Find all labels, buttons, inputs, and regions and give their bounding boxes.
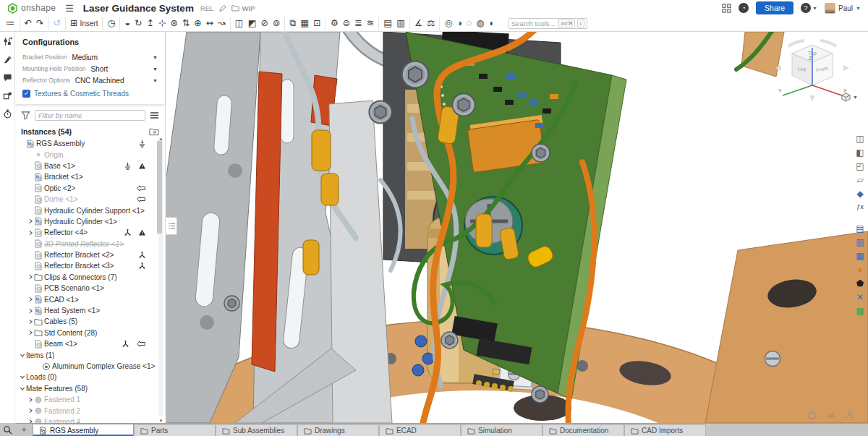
tree-item[interactable]: PCB Scenario <1> xyxy=(15,283,158,294)
chevron-right-icon[interactable] xyxy=(27,230,34,236)
mouse-settings-icon[interactable] xyxy=(807,409,817,420)
drag-icon[interactable]: ↝ xyxy=(216,19,227,28)
panel-collapse-handle[interactable] xyxy=(166,217,177,235)
isolate-icon[interactable]: ◎ xyxy=(442,19,454,28)
app-store-icon[interactable]: ◕ xyxy=(854,263,866,275)
select-filter-icon[interactable]: ⊚ xyxy=(271,19,282,28)
tab-drawings[interactable]: Drawings xyxy=(297,424,379,436)
bom-panel-icon[interactable]: ▤ xyxy=(854,222,866,234)
view-cube[interactable]: Top Left Front Z Y X xyxy=(773,38,852,104)
app-grid-icon[interactable] xyxy=(722,4,731,13)
viewport-3d-model[interactable] xyxy=(166,32,868,423)
help-menu[interactable]: ? ▼ xyxy=(801,3,817,13)
view-orient-icon[interactable]: ◧ xyxy=(854,146,866,158)
measure-icon[interactable]: ∡ xyxy=(412,19,425,28)
tree-item[interactable]: Reflector <4> xyxy=(15,227,158,238)
move-part-icon[interactable]: ⊹ xyxy=(156,19,168,28)
undo-icon[interactable]: ↶ xyxy=(22,19,34,28)
chevron-right-icon[interactable] xyxy=(27,218,34,224)
release-panel-icon[interactable]: ▥ xyxy=(854,236,866,248)
performance-icon[interactable] xyxy=(2,108,13,119)
tab-documentation[interactable]: Documentation xyxy=(542,424,624,436)
tree-item[interactable]: Optic <2> xyxy=(15,183,158,194)
tree-item[interactable]: Reflector Bracket <2> xyxy=(15,249,158,260)
show-hidden-icon[interactable]: ◌ xyxy=(464,19,474,28)
help-feedback-icon[interactable] xyxy=(844,409,855,420)
screw-relation-icon[interactable]: ⊜ xyxy=(341,19,352,28)
tree-item[interactable]: Aluminum Complex Grease <1> xyxy=(15,361,158,372)
tab-rgs-assembly[interactable]: RGS Assembly xyxy=(33,424,134,436)
cam-app-icon[interactable]: ⬟ xyxy=(854,277,866,289)
explode-icon[interactable]: ⇅ xyxy=(180,19,192,28)
x-app-icon[interactable]: ✕ xyxy=(854,291,866,303)
tree-item[interactable]: Cables (5) xyxy=(15,316,158,327)
snapshot-icon[interactable]: ⧉ xyxy=(287,19,298,28)
chevron-right-icon[interactable] xyxy=(27,274,34,280)
tree-item[interactable]: Items (1) xyxy=(15,349,158,360)
redo-icon[interactable]: ↷ xyxy=(34,19,46,28)
revolute-mate-icon[interactable]: ↻ xyxy=(132,19,144,28)
scroll-up-icon[interactable]: ▲ xyxy=(158,138,163,141)
linear-pattern-icon[interactable]: ⊕ xyxy=(192,19,203,28)
onshape-logo[interactable]: onshape xyxy=(7,3,56,14)
align-icon[interactable]: ▱ xyxy=(854,174,866,186)
tree-item[interactable]: Fastened 1 xyxy=(15,394,158,405)
tab-sub-assemblies[interactable]: Sub Assemblies xyxy=(216,424,297,436)
transform-icon[interactable]: ◰ xyxy=(854,160,866,172)
tree-item[interactable]: RGS Assembly xyxy=(15,138,158,149)
tree-item[interactable]: Loads (0) xyxy=(15,372,158,382)
pattern-icon[interactable]: ▥ xyxy=(394,19,407,28)
config-reflector-options[interactable]: Reflector Options CNC Machined ▼ xyxy=(22,74,158,86)
tree-item[interactable]: Hydraulic Cylinder Support <1> xyxy=(15,205,158,215)
tree-item[interactable]: 3D Printed Reflector <1> xyxy=(15,239,158,249)
tree-item[interactable]: Fastened 2 xyxy=(15,405,158,416)
tab-simulation[interactable]: Simulation xyxy=(461,424,542,436)
tree-item[interactable]: Origin xyxy=(15,149,158,160)
new-tab-button[interactable]: ＋ xyxy=(15,423,33,436)
fx-variables-icon[interactable]: ƒx xyxy=(854,201,866,213)
list-view-icon[interactable] xyxy=(150,111,159,120)
assembly-structure-toggle-icon[interactable]: ≔ xyxy=(4,19,17,28)
chevron-right-icon[interactable] xyxy=(27,319,34,325)
replicate-icon[interactable]: ▤ xyxy=(381,19,394,28)
config-mounting-hole-position[interactable]: Mounting Hole Position Short ▼ xyxy=(22,63,158,74)
tree-item[interactable]: Beam <1> xyxy=(15,338,158,349)
insert-button[interactable]: ⊞Insert xyxy=(68,19,101,28)
integration-app-icon[interactable]: ▩ xyxy=(854,304,866,317)
animate-icon[interactable]: ↭ xyxy=(204,19,216,28)
chevron-down-icon[interactable] xyxy=(19,375,26,380)
window-select-icon[interactable]: ◫ xyxy=(854,132,866,145)
search-tools[interactable]: alt/⌘ c xyxy=(509,18,587,29)
mate-connector-icon[interactable]: ↥ xyxy=(144,19,156,28)
share-button[interactable]: Share xyxy=(756,1,793,14)
rack-relation-icon[interactable]: ≣ xyxy=(352,19,364,28)
tab-ecad[interactable]: ECAD xyxy=(379,424,461,436)
insert-to-folder-icon[interactable] xyxy=(149,127,159,136)
hide-icon[interactable]: ⊘ xyxy=(258,19,270,28)
section-view-icon[interactable]: ◖ xyxy=(486,19,496,28)
search-tools-input[interactable] xyxy=(511,20,556,27)
tree-item[interactable]: Reflector Bracket <3> xyxy=(15,260,158,271)
config-bracket-position[interactable]: Bracket Position Medium ▼ xyxy=(22,51,158,63)
tree-item[interactable]: Clips & Connectors (7) xyxy=(15,272,158,283)
tree-item[interactable]: Hydraulic Cylinder <1> xyxy=(15,216,158,227)
search-tabs-icon[interactable] xyxy=(0,423,15,436)
chevron-down-icon[interactable] xyxy=(19,386,26,391)
tree-item[interactable]: Heat System <1> xyxy=(15,305,158,316)
bom-icon[interactable]: ▦ xyxy=(298,19,311,28)
tab-parts[interactable]: Parts xyxy=(134,424,216,436)
filter-input[interactable] xyxy=(35,110,145,121)
tree-scrollbar[interactable] xyxy=(158,138,163,416)
named-views-icon[interactable]: ◩ xyxy=(246,19,259,28)
custom-features-icon[interactable] xyxy=(2,90,13,101)
comments-icon[interactable] xyxy=(2,72,13,83)
appearance-icon[interactable]: ◑ xyxy=(454,19,464,28)
view-options-dropdown[interactable]: ▼ xyxy=(841,93,858,102)
config-textures-checkbox[interactable]: ✓ Textures & Cosmetic Threads xyxy=(22,90,158,98)
tree-item[interactable]: Std Content (28) xyxy=(15,328,158,338)
tree-item[interactable]: Dome <1> xyxy=(15,194,158,205)
tree-item[interactable]: ECAD <1> xyxy=(15,294,158,304)
belt-relation-icon[interactable]: ≋ xyxy=(365,19,376,28)
chevron-right-icon[interactable] xyxy=(27,308,34,314)
tree-item[interactable]: Bracket <1> xyxy=(15,171,158,182)
